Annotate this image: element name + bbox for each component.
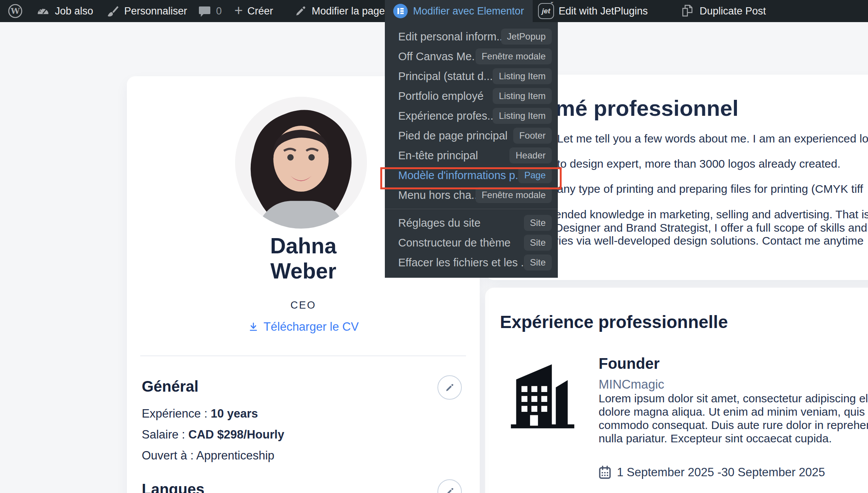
menu-separator xyxy=(385,209,558,209)
plus-icon: + xyxy=(234,0,243,21)
resume-line: Let me tell you a few words about me. I … xyxy=(557,132,868,145)
page: Résumé professionnel Let me tell you a f… xyxy=(0,0,868,493)
menu-item-badge: Site xyxy=(524,255,552,271)
edit-page-label: Modifier la page xyxy=(312,5,385,17)
menu-item-experience-professionnelle[interactable]: Expérience profes... Listing Item xyxy=(385,106,558,126)
wordpress-logo-icon: W xyxy=(8,3,23,19)
paintbrush-icon xyxy=(106,4,120,18)
menu-item-constructeur-de-theme[interactable]: Constructeur de thème Site xyxy=(385,233,558,253)
company-building-icon xyxy=(509,360,576,429)
menu-item-reglages-du-site[interactable]: Réglages du site Site xyxy=(385,213,558,233)
menu-item-badge: Listing Item xyxy=(493,108,552,124)
site-name-label: Job also xyxy=(55,5,93,17)
languages-section-title: Langues xyxy=(142,481,204,493)
pencil-icon xyxy=(444,382,455,393)
menu-item-modele-informations[interactable]: Modèle d'informations p... Page xyxy=(385,165,558,185)
calendar-icon xyxy=(599,466,611,479)
general-row: Ouvert à : Apprenticeship xyxy=(142,449,274,463)
menu-item-off-canvas[interactable]: Off Canvas Me... Fenêtre modale xyxy=(385,46,558,66)
resume-line: Designer and Brand Strategist, I offer a… xyxy=(555,221,867,234)
resume-line: ries via well-developed design solutions… xyxy=(555,234,863,247)
menu-item-badge: Header xyxy=(509,147,552,163)
menu-item-badge: Site xyxy=(524,235,552,251)
resume-line: any type of printing and preparing files… xyxy=(557,182,863,195)
menu-item-principal-statut[interactable]: Principal (statut d... Listing Item xyxy=(385,66,558,86)
site-name-menu[interactable]: Job also xyxy=(36,0,93,22)
job-title: Founder xyxy=(599,355,660,372)
menu-item-badge: Listing Item xyxy=(493,88,552,104)
comment-bubble-icon xyxy=(198,4,211,18)
general-row: Salaire : CAD $298/Hourly xyxy=(142,428,284,442)
jetplugins-menu[interactable]: jet Edit with JetPlugins xyxy=(538,0,648,22)
menu-item-effacer-les-fichiers[interactable]: Effacer les fichiers et les ... Site xyxy=(385,253,558,272)
resume-line: ended knowledge in marketing, selling an… xyxy=(555,208,868,221)
customize-menu[interactable]: Personnaliser xyxy=(106,0,187,22)
wp-logo-menu[interactable]: W xyxy=(8,0,23,22)
menu-item-badge: Listing Item xyxy=(493,68,552,84)
company-name: MINCmagic xyxy=(599,377,664,392)
edit-with-elementor-label: Modifier avec Elementor xyxy=(413,5,524,17)
edit-general-button[interactable] xyxy=(437,375,462,400)
job-dates: 1 September 2025 -30 September 2025 xyxy=(599,466,825,479)
menu-item-edit-personal-information[interactable]: Edit personal inform... JetPopup xyxy=(385,27,558,46)
elementor-dropdown-menu: Edit personal inform... JetPopup Off Can… xyxy=(385,22,558,278)
customize-label: Personnaliser xyxy=(124,5,187,17)
general-section-title: Général xyxy=(142,378,199,395)
edit-page-menu[interactable]: Modifier la page xyxy=(294,0,385,22)
menu-item-portfolio-employe[interactable]: Portfolio employé Listing Item xyxy=(385,86,558,106)
comments-menu[interactable]: 0 xyxy=(198,0,222,22)
menu-item-pied-de-page[interactable]: Pied de page principal Footer xyxy=(385,126,558,146)
jetplugins-icon: jet xyxy=(538,3,554,19)
edit-with-elementor-menu[interactable]: Modifier avec Elementor xyxy=(385,0,533,22)
experience-heading: Expérience professionnelle xyxy=(500,312,728,332)
menu-item-badge: Footer xyxy=(513,128,552,144)
divider xyxy=(140,355,466,356)
svg-text:W: W xyxy=(10,6,20,16)
download-cv-label: Télécharger le CV xyxy=(264,320,359,334)
new-content-menu[interactable]: + Créer xyxy=(234,0,273,22)
pencil-icon xyxy=(294,5,307,18)
duplicate-post-label: Duplicate Post xyxy=(700,5,766,17)
job-description: Lorem ipsum dolor sit amet, consectetur … xyxy=(599,392,868,445)
menu-item-badge: Page xyxy=(518,167,552,183)
profile-role: CEO xyxy=(127,299,480,311)
elementor-icon xyxy=(393,3,408,19)
menu-item-en-tete-principal[interactable]: En-tête principal Header xyxy=(385,146,558,165)
profile-photo xyxy=(235,97,367,229)
pencil-icon xyxy=(444,486,455,493)
duplicate-pages-icon xyxy=(680,3,695,19)
general-row: Expérience : 10 years xyxy=(142,407,258,421)
duplicate-post-menu[interactable]: Duplicate Post xyxy=(680,0,766,22)
dashboard-gauge-icon xyxy=(36,4,50,18)
new-label: Créer xyxy=(247,5,273,17)
menu-item-badge: Site xyxy=(524,215,552,231)
menu-item-badge: JetPopup xyxy=(501,29,552,45)
download-cv-link[interactable]: Télécharger le CV xyxy=(127,320,480,334)
comments-count: 0 xyxy=(216,5,222,17)
download-icon xyxy=(248,322,259,332)
job-date-range: 1 September 2025 -30 September 2025 xyxy=(617,466,825,479)
menu-item-badge: Fenêtre modale xyxy=(476,187,552,203)
menu-item-badge: Fenêtre modale xyxy=(476,48,552,64)
menu-item-menu-hors-champ[interactable]: Menu hors cha... Fenêtre modale xyxy=(385,185,558,205)
resume-line: to design expert, more than 3000 logos a… xyxy=(557,157,841,170)
jetplugins-label: Edit with JetPlugins xyxy=(559,5,648,17)
